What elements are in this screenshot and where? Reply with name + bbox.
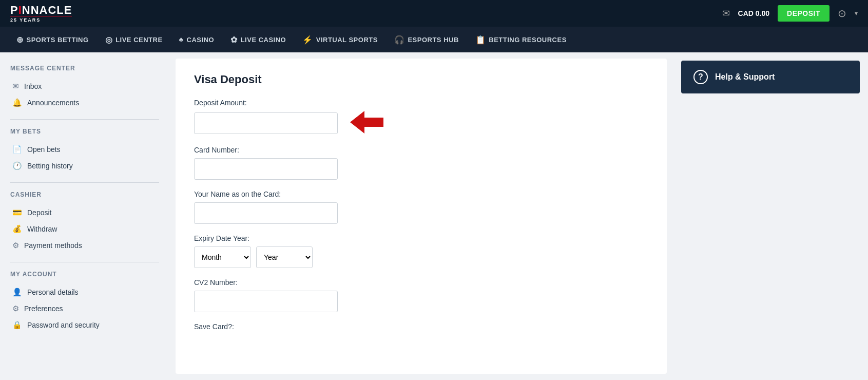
nav-item-live-casino[interactable]: ✿ LIVE CASINO [224,27,292,52]
sidebar-label-inbox: Inbox [24,82,42,90]
announcements-icon: 🔔 [12,98,22,107]
nav-item-live-centre[interactable]: ◎ LIVE CENTRE [99,27,169,52]
help-support-button[interactable]: ? Help & Support [681,61,860,93]
sidebar-item-open-bets[interactable]: 📄 Open bets [10,141,159,158]
virtual-sports-icon: ⚡ [302,35,313,45]
svg-marker-0 [350,111,383,134]
logo: PINNACLE 25 YEARS [10,5,72,23]
withdraw-icon: 💰 [12,224,22,234]
sidebar-item-payment-methods[interactable]: ⚙ Payment methods [10,237,159,254]
help-icon: ? [693,70,708,84]
preferences-icon: ⚙ [12,304,19,313]
deposit-amount-input[interactable] [194,112,338,134]
sidebar-label-deposit: Deposit [27,208,51,217]
red-arrow-indicator [350,111,383,136]
sidebar-label-payment-methods: Payment methods [24,241,82,250]
sidebar-label-withdraw: Withdraw [27,225,57,233]
cv2-number-label: CV2 Number: [194,278,648,287]
nav-item-betting-resources[interactable]: 📋 BETTING RESOURCES [469,27,573,52]
nav-label-betting-resources: BETTING RESOURCES [489,36,567,44]
sidebar-label-betting-history: Betting history [27,162,73,170]
right-panel: ? Help & Support [673,52,868,380]
deposit-amount-label: Deposit Amount: [194,99,648,107]
nav-label-virtual-sports: VIRTUAL SPORTS [316,36,378,44]
main-content: Visa Deposit Deposit Amount: Card Num [176,59,667,374]
betting-history-icon: 🕐 [12,161,22,170]
card-number-input[interactable] [194,158,338,180]
sidebar-divider-3 [10,262,159,262]
deposit-amount-group: Deposit Amount: [194,99,648,136]
my-account-title: MY ACCOUNT [10,271,159,278]
help-support-label: Help & Support [715,72,775,82]
save-card-label: Save Card?: [194,322,648,331]
message-icon[interactable]: ✉ [722,8,730,19]
main-inner: Visa Deposit Deposit Amount: Card Num [176,59,667,374]
deposit-icon: 💳 [12,208,22,217]
nav-item-virtual-sports[interactable]: ⚡ VIRTUAL SPORTS [296,27,384,52]
sidebar-label-preferences: Preferences [24,305,63,313]
top-bar: PINNACLE 25 YEARS ✉ CAD 0.00 DEPOSIT ⊙ ▾ [0,0,868,27]
cv2-number-input[interactable] [194,291,338,312]
expiry-month-select[interactable]: MonthJanuaryFebruaryMarchAprilMayJuneJul… [194,246,251,268]
expiry-date-group: Expiry Date Year: MonthJanuaryFebruaryMa… [194,234,648,268]
dropdown-arrow-icon[interactable]: ▾ [855,10,858,17]
logo-years: 25 YEARS [10,16,72,23]
personal-details-icon: 👤 [12,288,22,297]
live-casino-icon: ✿ [230,35,238,45]
cashier-title: CASHIER [10,191,159,198]
sidebar-item-inbox[interactable]: ✉ Inbox [10,78,159,94]
betting-resources-icon: 📋 [475,35,486,45]
sidebar-item-announcements[interactable]: 🔔 Announcements [10,94,159,111]
my-bets-title: MY BETS [10,128,159,135]
content-area: MESSAGE CENTER ✉ Inbox 🔔 Announcements M… [0,52,868,380]
sidebar-label-personal-details: Personal details [27,288,79,296]
account-icon[interactable]: ⊙ [838,7,846,20]
casino-icon: ♠ [179,35,184,44]
live-centre-icon: ◎ [105,35,113,45]
expiry-year-select[interactable]: Year2024202520262027202820292030 [256,246,313,268]
open-bets-icon: 📄 [12,145,22,154]
save-card-group: Save Card?: [194,322,648,331]
nav-label-esports-hub: ESPORTS HUB [408,36,458,44]
sidebar: MESSAGE CENTER ✉ Inbox 🔔 Announcements M… [0,52,169,380]
name-on-card-input[interactable] [194,202,338,224]
nav-label-sports-betting: SPORTS BETTING [27,36,89,44]
sidebar-divider-1 [10,119,159,120]
top-bar-right: ✉ CAD 0.00 DEPOSIT ⊙ ▾ [722,5,858,22]
sidebar-item-preferences[interactable]: ⚙ Preferences [10,300,159,317]
expiry-row: MonthJanuaryFebruaryMarchAprilMayJuneJul… [194,246,648,268]
sidebar-divider-2 [10,182,159,183]
esports-hub-icon: 🎧 [394,35,405,45]
nav-item-esports-hub[interactable]: 🎧 ESPORTS HUB [388,27,465,52]
sidebar-item-personal-details[interactable]: 👤 Personal details [10,284,159,300]
nav-item-casino[interactable]: ♠ CASINO [173,27,221,52]
sidebar-item-withdraw[interactable]: 💰 Withdraw [10,221,159,237]
card-number-label: Card Number: [194,146,648,154]
sidebar-item-betting-history[interactable]: 🕐 Betting history [10,158,159,174]
deposit-button[interactable]: DEPOSIT [778,5,830,22]
sidebar-label-announcements: Announcements [27,99,79,107]
expiry-date-label: Expiry Date Year: [194,234,648,242]
sidebar-item-password-security[interactable]: 🔒 Password and security [10,317,159,333]
name-on-card-label: Your Name as on the Card: [194,190,648,198]
inbox-icon: ✉ [12,82,19,91]
sidebar-label-open-bets: Open bets [27,145,61,154]
sidebar-item-deposit[interactable]: 💳 Deposit [10,204,159,221]
nav-label-live-casino: LIVE CASINO [241,36,286,44]
payment-methods-icon: ⚙ [12,241,19,250]
nav-item-sports-betting[interactable]: ⊕ SPORTS BETTING [10,27,95,52]
main-nav: ⊕ SPORTS BETTING ◎ LIVE CENTRE ♠ CASINO … [0,27,868,52]
message-center-title: MESSAGE CENTER [10,65,159,72]
nav-label-casino: CASINO [187,36,215,44]
logo-pinnacle: PINNACLE [10,5,72,16]
password-security-icon: 🔒 [12,320,22,330]
cv2-number-group: CV2 Number: [194,278,648,312]
nav-label-live-centre: LIVE CENTRE [115,36,162,44]
sports-betting-icon: ⊕ [16,35,24,45]
sidebar-label-password-security: Password and security [27,321,100,329]
form-title: Visa Deposit [194,73,648,86]
name-on-card-group: Your Name as on the Card: [194,190,648,224]
balance-display: CAD 0.00 [738,9,769,17]
card-number-group: Card Number: [194,146,648,180]
red-arrow-svg [350,111,383,134]
